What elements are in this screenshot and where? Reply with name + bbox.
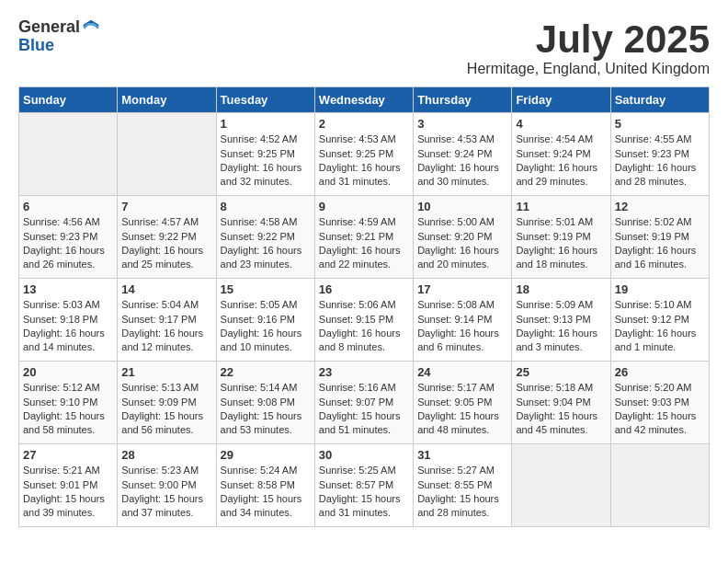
day-info: Sunrise: 4:57 AMSunset: 9:22 PMDaylight:… xyxy=(121,215,211,272)
day-number: 21 xyxy=(121,365,211,379)
day-number: 29 xyxy=(221,448,311,462)
calendar-cell: 17 Sunrise: 5:08 AMSunset: 9:14 PMDaylig… xyxy=(414,279,512,362)
day-info: Sunrise: 5:23 AMSunset: 9:00 PMDaylight:… xyxy=(121,464,211,521)
calendar-cell xyxy=(610,444,709,527)
day-number: 31 xyxy=(417,448,507,462)
day-info: Sunrise: 5:25 AMSunset: 8:57 PMDaylight:… xyxy=(319,464,409,521)
day-info: Sunrise: 5:24 AMSunset: 8:58 PMDaylight:… xyxy=(221,464,311,521)
day-number: 28 xyxy=(121,448,211,462)
day-header-tuesday: Tuesday xyxy=(216,87,314,113)
calendar-cell: 23 Sunrise: 5:16 AMSunset: 9:07 PMDaylig… xyxy=(314,362,413,444)
day-info: Sunrise: 4:52 AMSunset: 9:25 PMDaylight:… xyxy=(221,132,311,190)
day-info: Sunrise: 5:04 AMSunset: 9:17 PMDaylight:… xyxy=(121,298,211,355)
calendar-cell xyxy=(512,444,610,527)
calendar-week-4: 20 Sunrise: 5:12 AMSunset: 9:10 PMDaylig… xyxy=(19,362,710,444)
logo: General Blue xyxy=(18,18,100,55)
calendar-cell: 4 Sunrise: 4:54 AMSunset: 9:24 PMDayligh… xyxy=(512,113,610,196)
day-number: 22 xyxy=(221,365,311,379)
day-number: 2 xyxy=(319,117,409,131)
calendar-cell: 24 Sunrise: 5:17 AMSunset: 9:05 PMDaylig… xyxy=(414,362,512,444)
calendar-cell: 28 Sunrise: 5:23 AMSunset: 9:00 PMDaylig… xyxy=(118,444,216,527)
calendar-cell: 20 Sunrise: 5:12 AMSunset: 9:10 PMDaylig… xyxy=(19,362,118,444)
day-number: 25 xyxy=(516,365,606,379)
day-info: Sunrise: 5:12 AMSunset: 9:10 PMDaylight:… xyxy=(23,381,113,438)
calendar-cell: 9 Sunrise: 4:59 AMSunset: 9:21 PMDayligh… xyxy=(314,196,413,279)
day-number: 6 xyxy=(23,200,113,213)
day-info: Sunrise: 4:58 AMSunset: 9:22 PMDaylight:… xyxy=(221,215,311,272)
day-number: 14 xyxy=(121,282,211,296)
day-info: Sunrise: 5:05 AMSunset: 9:16 PMDaylight:… xyxy=(221,298,311,355)
calendar-cell: 16 Sunrise: 5:06 AMSunset: 9:15 PMDaylig… xyxy=(314,279,413,362)
calendar-week-5: 27 Sunrise: 5:21 AMSunset: 9:01 PMDaylig… xyxy=(19,444,710,527)
title-section: July 2025 Hermitage, England, United Kin… xyxy=(467,18,710,77)
calendar-cell: 1 Sunrise: 4:52 AMSunset: 9:25 PMDayligh… xyxy=(216,113,314,196)
calendar-cell: 26 Sunrise: 5:20 AMSunset: 9:03 PMDaylig… xyxy=(610,362,709,444)
logo-blue-text: Blue xyxy=(18,37,100,55)
calendar-cell xyxy=(19,113,118,196)
day-header-friday: Friday xyxy=(512,87,610,113)
day-number: 12 xyxy=(615,200,705,213)
day-info: Sunrise: 5:03 AMSunset: 9:18 PMDaylight:… xyxy=(23,298,113,355)
day-info: Sunrise: 5:06 AMSunset: 9:15 PMDaylight:… xyxy=(319,298,409,355)
calendar-cell: 5 Sunrise: 4:55 AMSunset: 9:23 PMDayligh… xyxy=(610,113,709,196)
calendar-cell: 11 Sunrise: 5:01 AMSunset: 9:19 PMDaylig… xyxy=(512,196,610,279)
day-info: Sunrise: 4:53 AMSunset: 9:25 PMDaylight:… xyxy=(319,132,409,190)
page-header: General Blue July 2025 Hermitage, Englan… xyxy=(18,18,710,77)
day-number: 10 xyxy=(417,200,507,213)
calendar-cell: 13 Sunrise: 5:03 AMSunset: 9:18 PMDaylig… xyxy=(19,279,118,362)
calendar-cell: 8 Sunrise: 4:58 AMSunset: 9:22 PMDayligh… xyxy=(216,196,314,279)
logo-icon xyxy=(82,18,100,37)
calendar-cell: 15 Sunrise: 5:05 AMSunset: 9:16 PMDaylig… xyxy=(216,279,314,362)
day-number: 20 xyxy=(23,365,113,379)
day-number: 9 xyxy=(319,200,409,213)
day-info: Sunrise: 5:09 AMSunset: 9:13 PMDaylight:… xyxy=(516,298,606,355)
calendar-table: SundayMondayTuesdayWednesdayThursdayFrid… xyxy=(18,86,710,527)
day-info: Sunrise: 4:56 AMSunset: 9:23 PMDaylight:… xyxy=(23,215,113,272)
calendar-cell: 3 Sunrise: 4:53 AMSunset: 9:24 PMDayligh… xyxy=(414,113,512,196)
calendar-cell: 29 Sunrise: 5:24 AMSunset: 8:58 PMDaylig… xyxy=(216,444,314,527)
day-info: Sunrise: 5:16 AMSunset: 9:07 PMDaylight:… xyxy=(319,381,409,438)
day-info: Sunrise: 5:13 AMSunset: 9:09 PMDaylight:… xyxy=(121,381,211,438)
day-info: Sunrise: 5:21 AMSunset: 9:01 PMDaylight:… xyxy=(23,464,113,521)
calendar-week-3: 13 Sunrise: 5:03 AMSunset: 9:18 PMDaylig… xyxy=(19,279,710,362)
day-number: 4 xyxy=(516,117,606,131)
calendar-cell: 19 Sunrise: 5:10 AMSunset: 9:12 PMDaylig… xyxy=(610,279,709,362)
day-info: Sunrise: 5:18 AMSunset: 9:04 PMDaylight:… xyxy=(516,381,606,438)
day-number: 7 xyxy=(121,200,211,213)
day-number: 27 xyxy=(23,448,113,462)
calendar-cell: 30 Sunrise: 5:25 AMSunset: 8:57 PMDaylig… xyxy=(314,444,413,527)
day-number: 18 xyxy=(516,282,606,296)
day-header-thursday: Thursday xyxy=(414,87,512,113)
header-row: SundayMondayTuesdayWednesdayThursdayFrid… xyxy=(19,87,710,113)
day-number: 15 xyxy=(221,282,311,296)
day-info: Sunrise: 4:53 AMSunset: 9:24 PMDaylight:… xyxy=(417,132,507,190)
calendar-cell: 12 Sunrise: 5:02 AMSunset: 9:19 PMDaylig… xyxy=(610,196,709,279)
day-info: Sunrise: 5:17 AMSunset: 9:05 PMDaylight:… xyxy=(417,381,507,438)
calendar-cell: 31 Sunrise: 5:27 AMSunset: 8:55 PMDaylig… xyxy=(414,444,512,527)
day-info: Sunrise: 5:00 AMSunset: 9:20 PMDaylight:… xyxy=(417,215,507,272)
day-number: 30 xyxy=(319,448,409,462)
day-info: Sunrise: 4:54 AMSunset: 9:24 PMDaylight:… xyxy=(516,132,606,190)
calendar-cell xyxy=(118,113,216,196)
calendar-cell: 2 Sunrise: 4:53 AMSunset: 9:25 PMDayligh… xyxy=(314,113,413,196)
day-number: 13 xyxy=(23,282,113,296)
calendar-cell: 10 Sunrise: 5:00 AMSunset: 9:20 PMDaylig… xyxy=(414,196,512,279)
calendar-cell: 18 Sunrise: 5:09 AMSunset: 9:13 PMDaylig… xyxy=(512,279,610,362)
day-number: 23 xyxy=(319,365,409,379)
day-info: Sunrise: 5:02 AMSunset: 9:19 PMDaylight:… xyxy=(615,215,705,272)
day-info: Sunrise: 4:59 AMSunset: 9:21 PMDaylight:… xyxy=(319,215,409,272)
day-number: 11 xyxy=(516,200,606,213)
day-number: 8 xyxy=(221,200,311,213)
calendar-cell: 21 Sunrise: 5:13 AMSunset: 9:09 PMDaylig… xyxy=(118,362,216,444)
day-number: 3 xyxy=(417,117,507,131)
day-number: 1 xyxy=(221,117,311,131)
day-info: Sunrise: 5:27 AMSunset: 8:55 PMDaylight:… xyxy=(417,464,507,521)
day-info: Sunrise: 5:10 AMSunset: 9:12 PMDaylight:… xyxy=(615,298,705,355)
day-info: Sunrise: 5:14 AMSunset: 9:08 PMDaylight:… xyxy=(221,381,311,438)
day-info: Sunrise: 4:55 AMSunset: 9:23 PMDaylight:… xyxy=(615,132,705,190)
day-number: 26 xyxy=(615,365,705,379)
logo-general-text: General xyxy=(18,18,80,37)
calendar-cell: 27 Sunrise: 5:21 AMSunset: 9:01 PMDaylig… xyxy=(19,444,118,527)
calendar-cell: 14 Sunrise: 5:04 AMSunset: 9:17 PMDaylig… xyxy=(118,279,216,362)
month-title: July 2025 xyxy=(467,18,710,61)
